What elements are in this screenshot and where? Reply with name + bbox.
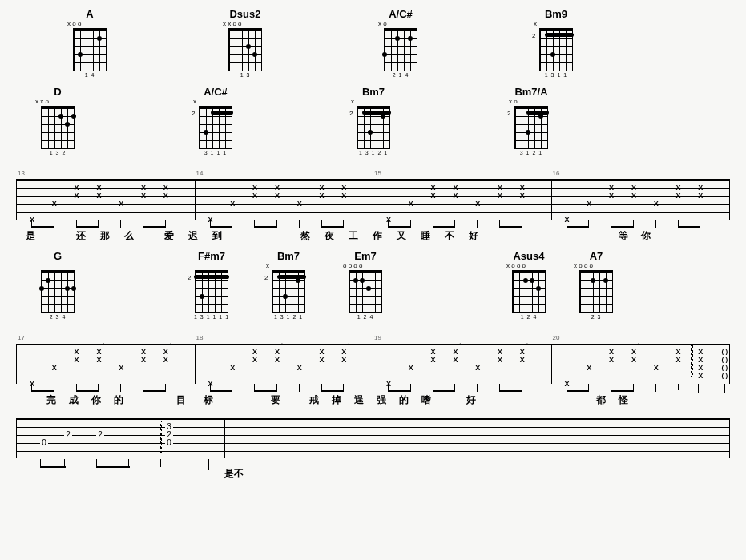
lyric-syllable: 的 <box>107 393 130 406</box>
lyric-syllable: 作 <box>365 229 389 242</box>
strum-mark: X <box>250 348 260 356</box>
lyric-syllable <box>526 229 550 242</box>
tab-staff-3: 0 2 2 3 2 0 <box>16 414 730 462</box>
strum-mark: X <box>116 199 126 207</box>
lyric-syllable: 标 <box>197 393 220 406</box>
lyric-syllable: 都 <box>590 393 612 406</box>
strum-mark: X <box>50 364 59 372</box>
lyric-syllable <box>220 393 242 406</box>
chord-Dsus2: Dsus2 x x o o 1 3 <box>220 8 271 79</box>
lyric-syllable: 到 <box>205 229 229 242</box>
strum-mark: X <box>696 372 705 380</box>
lyric-syllable: 还 <box>69 229 93 242</box>
fret-number: 2 <box>64 430 72 439</box>
lyric-syllable <box>574 229 598 242</box>
lyric-syllable <box>287 393 303 406</box>
chord-A-Csharp: A/C# x o 2 1 4 <box>375 8 426 79</box>
bar-number: 19 <box>374 334 381 341</box>
bar-number: 16 <box>553 170 560 177</box>
strum-mark: X <box>339 348 349 356</box>
chord-Bm7-A: Bm7/A x o 2 3 1 2 1 <box>506 86 557 157</box>
lyric-syllable: 等 <box>612 229 635 242</box>
strum-mark: X <box>674 183 683 191</box>
lyric-syllable: 么 <box>117 229 141 242</box>
accent-icon: ^ <box>347 177 350 184</box>
strum-mark: X <box>228 364 237 372</box>
lyric-syllable <box>277 229 293 242</box>
lyric-syllable: 逞 <box>348 393 370 406</box>
strum-mark: X <box>72 183 82 191</box>
accent-icon: ^ <box>169 177 172 184</box>
chord-Em7: Em7 o o o o 1 2 4 <box>340 250 391 321</box>
lyric-syllable: 夜 <box>317 229 341 242</box>
lyric-syllable: 爱 <box>157 229 181 242</box>
chord-Bm7: Bm7 x 2 1 3 1 2 1 <box>348 86 399 157</box>
strum-mark: X <box>206 216 216 224</box>
system-2: 17181920XXXXXX^XXXXX^XXXXXX^XXXXX^XXXXXX… <box>0 328 746 406</box>
lyric-syllable <box>438 393 460 406</box>
lyric-syllable: 掉 <box>325 393 348 406</box>
strum-mark: X <box>674 348 683 356</box>
strum-mark: X <box>629 183 639 191</box>
fret-number: 2 <box>96 430 104 439</box>
strum-mark: X <box>339 183 349 191</box>
strum-mark: X <box>406 364 416 372</box>
strum-mark: X <box>272 183 282 191</box>
lyric-syllable: 的 <box>393 393 415 406</box>
strum-mark: X <box>139 348 148 356</box>
strum-mark: X <box>228 199 237 207</box>
fret-number: 0 <box>165 438 173 447</box>
accent-icon: ^ <box>280 341 284 348</box>
lyric-syllable: 强 <box>370 393 393 406</box>
strum-mark: X <box>317 348 327 356</box>
lyrics-row-2: 完成你的目标要戒掉逞强的嗜好都怪 <box>16 393 730 406</box>
rake-icon <box>160 421 162 453</box>
chord-Asus4: Asus4 x o o o 1 2 4 <box>503 250 554 321</box>
lyric-syllable <box>253 229 277 242</box>
accent-icon: ^ <box>280 177 284 184</box>
strum-mark: X <box>139 183 148 191</box>
lyric-syllable: 完 <box>40 393 63 406</box>
strum-mark: X <box>584 199 594 207</box>
strum-mark: X <box>384 380 393 388</box>
strum-mark: X <box>295 199 304 207</box>
lyric-syllable <box>16 393 40 406</box>
strum-mark: X <box>27 216 37 224</box>
strum-mark: X <box>161 348 171 356</box>
lyric-syllable: 是 <box>16 229 45 242</box>
accent-icon: ^ <box>347 341 350 348</box>
lyrics-row-1: 是还那么爱迟到熬夜工作又睡不好等你 <box>16 229 730 242</box>
chord-Fsharpm7: F#m7 2 1 3 1 1 1 1 <box>186 250 237 321</box>
lyric-syllable: 那 <box>93 229 117 242</box>
lyric-syllable: 你 <box>635 229 657 242</box>
accent-icon: ^ <box>637 177 640 184</box>
strum-mark: X <box>406 199 416 207</box>
fret-number: 0 <box>40 438 48 447</box>
chord-name: A <box>64 8 115 19</box>
accent-icon: ^ <box>637 341 640 348</box>
strum-mark: X <box>429 183 438 191</box>
accent-icon: ^ <box>526 341 529 348</box>
lyric-syllable: 又 <box>389 229 413 242</box>
strum-mark: X <box>563 216 572 224</box>
lyric-syllable <box>486 229 510 242</box>
lyric-syllable <box>598 229 612 242</box>
bar-number: 15 <box>374 170 381 177</box>
strum-mark: X <box>50 199 59 207</box>
strum-mark: X <box>696 183 705 191</box>
tab-staff-1: 13141516XXXXXX^XXXXX^XXXXXX^XXXXX^XXXXXX… <box>16 163 730 228</box>
strum-mark: X <box>72 348 82 356</box>
lyric-syllable: 要 <box>264 393 287 406</box>
strum-mark: X <box>629 348 639 356</box>
lyric-syllable: 你 <box>85 393 107 406</box>
bar-number: 17 <box>18 334 25 341</box>
strum-mark: X <box>473 199 482 207</box>
accent-icon: ^ <box>458 177 462 184</box>
lyric-syllable <box>229 229 253 242</box>
strum-mark: X <box>607 183 616 191</box>
chord-A: A x o o 1 4 <box>64 8 115 79</box>
strum-mark: X <box>94 348 103 356</box>
lyric-syllable: 成 <box>63 393 85 406</box>
lyric-syllable <box>550 229 574 242</box>
bar-number: 18 <box>196 334 204 341</box>
